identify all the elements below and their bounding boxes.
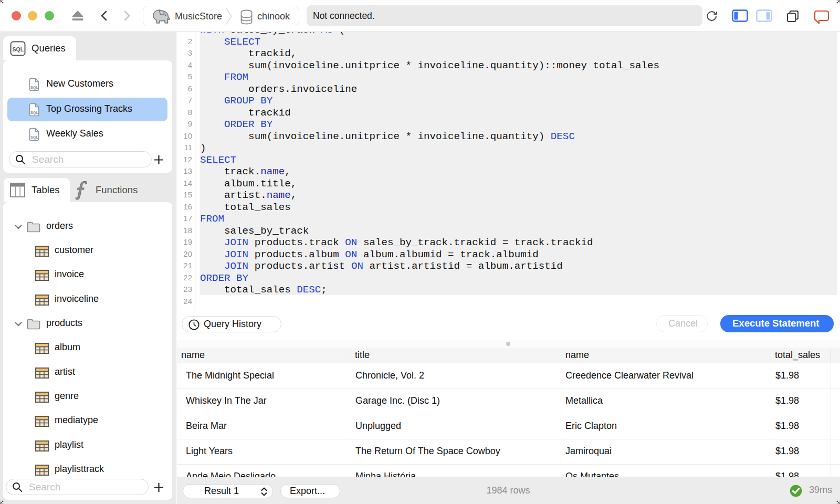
svg-text:SQL: SQL [13,46,24,52]
